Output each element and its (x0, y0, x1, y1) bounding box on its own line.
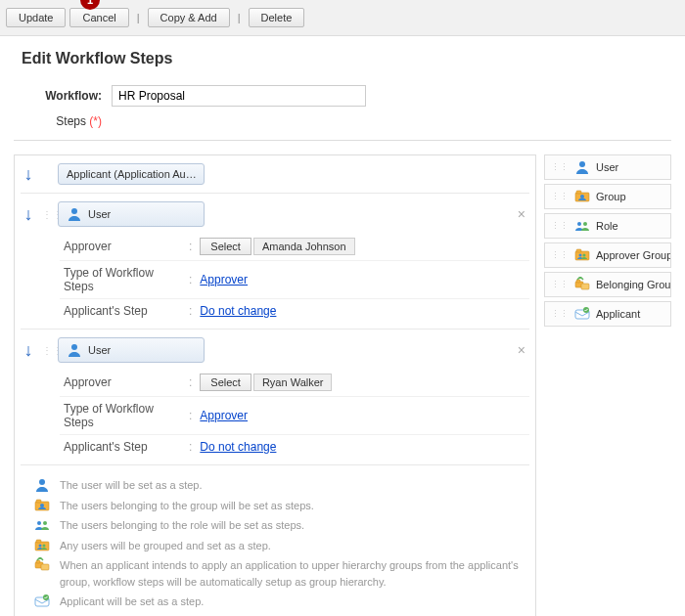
applicant-step-label: Applicant's Step (64, 440, 181, 454)
role-icon (34, 517, 50, 533)
user-icon (574, 159, 590, 175)
legend: The user will be set as a step. The user… (21, 471, 529, 616)
steps-label: Steps (*) (14, 114, 112, 128)
type-label: Type of Workflow Steps (64, 402, 181, 429)
belonging-group-icon (34, 557, 50, 573)
palette-item-approver-group[interactable]: ⋮⋮Approver Group (544, 242, 671, 268)
palette-item-belonging-group[interactable]: ⋮⋮Belonging Grou… (544, 272, 671, 297)
drag-handle-icon: ⋮⋮ (551, 309, 569, 319)
arrow-down-icon: ↓ (21, 204, 36, 225)
user-icon (67, 342, 82, 358)
select-approver-button[interactable]: Select (200, 374, 251, 391)
applicant-step-link[interactable]: Do not change (200, 440, 276, 454)
approver-value: Ryan Walker (253, 374, 333, 391)
steps-panel: ↓ Applicant (Application Au… ↓ ⋮⋮ (14, 154, 536, 616)
applicant-icon (574, 306, 590, 322)
palette: ⋮⋮User ⋮⋮Group ⋮⋮Role ⋮⋮Approver Group ⋮… (544, 154, 671, 616)
step-block: ↓ ⋮⋮ User × Approver : (21, 199, 529, 330)
workflow-input[interactable] (112, 85, 366, 107)
belonging-group-icon (574, 277, 590, 292)
delete-button[interactable]: Delete (249, 8, 305, 27)
step-block: ↓ ⋮⋮ User × Approver : (21, 335, 529, 465)
remove-step-icon[interactable]: × (518, 342, 525, 358)
group-icon (574, 189, 590, 204)
drag-handle-icon[interactable]: ⋮⋮ (42, 209, 52, 220)
type-link[interactable]: Approver (200, 273, 248, 286)
copy-add-button[interactable]: Copy & Add (148, 8, 230, 27)
drag-handle-icon: ⋮⋮ (551, 280, 569, 289)
select-approver-button[interactable]: Select (200, 238, 251, 255)
workflow-label: Workflow: (14, 89, 112, 103)
drag-handle-icon: ⋮⋮ (551, 250, 569, 260)
palette-item-role[interactable]: ⋮⋮Role (544, 213, 671, 239)
approver-label: Approver (64, 375, 181, 389)
step-chip-user[interactable]: User (58, 201, 205, 227)
remove-step-icon[interactable]: × (518, 206, 525, 222)
drag-handle-icon: ⋮⋮ (551, 192, 569, 201)
approver-group-icon (574, 247, 590, 263)
approver-value: Amanda Johnson (253, 238, 355, 255)
palette-item-user[interactable]: ⋮⋮User (544, 154, 671, 180)
approver-group-icon (34, 538, 50, 553)
step-chip-applicant[interactable]: Applicant (Application Au… (58, 163, 205, 185)
top-toolbar: 1 Update Cancel | Copy & Add | Delete (0, 0, 685, 36)
type-link[interactable]: Approver (200, 409, 248, 422)
arrow-down-icon: ↓ (21, 340, 36, 361)
drag-handle-icon: ⋮⋮ (551, 162, 569, 172)
step-block: ↓ Applicant (Application Au… (21, 161, 529, 194)
user-icon (67, 206, 82, 222)
user-icon (34, 477, 50, 493)
toolbar-separator: | (234, 12, 245, 23)
drag-handle-icon: ⋮⋮ (551, 221, 569, 231)
group-icon (34, 498, 50, 513)
applicant-icon (34, 594, 50, 609)
drag-handle-icon[interactable]: ⋮⋮ (42, 345, 52, 356)
palette-item-group[interactable]: ⋮⋮Group (544, 184, 671, 209)
role-icon (574, 218, 590, 234)
applicant-step-link[interactable]: Do not change (200, 304, 276, 318)
step-chip-user[interactable]: User (58, 337, 205, 363)
type-label: Type of Workflow Steps (64, 266, 181, 293)
approver-label: Approver (64, 240, 181, 253)
palette-item-applicant[interactable]: ⋮⋮Applicant (544, 301, 671, 327)
cancel-button[interactable]: Cancel (69, 8, 128, 27)
arrow-down-icon: ↓ (21, 164, 36, 185)
applicant-step-label: Applicant's Step (64, 304, 181, 318)
update-button[interactable]: Update (6, 8, 66, 27)
page-title: Edit Workflow Steps (22, 50, 671, 67)
toolbar-separator: | (133, 12, 144, 23)
